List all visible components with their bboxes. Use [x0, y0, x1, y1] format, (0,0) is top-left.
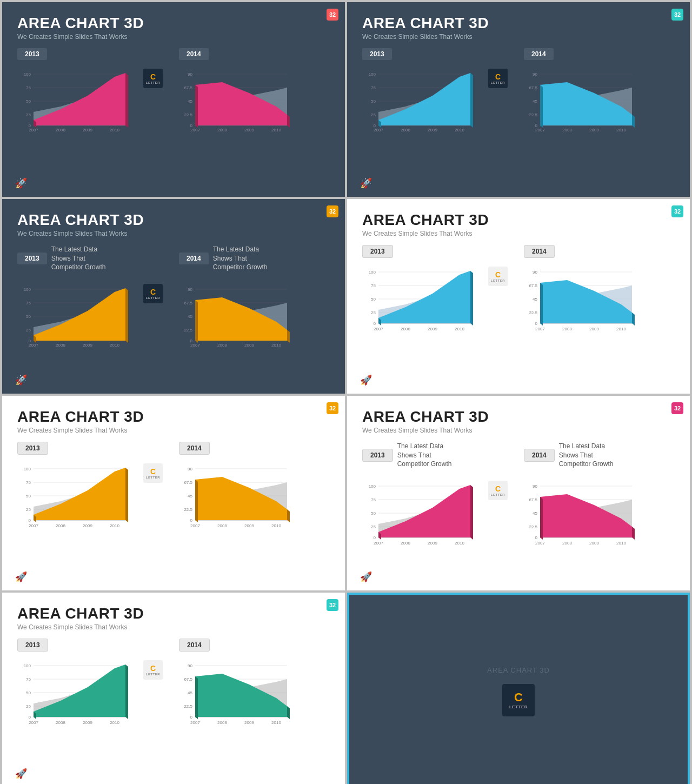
- slide-7-chart1: 2013 100 75 50 25 0: [17, 639, 168, 733]
- svg-text:100: 100: [24, 72, 31, 77]
- slide-5-subtitle: We Creates Simple Slides That Works: [17, 427, 330, 434]
- svg-text:2010: 2010: [110, 720, 119, 725]
- slide-8-logo-letter: C: [514, 690, 523, 705]
- slide-6-desc1: The Latest Data Shows That Competitor Gr…: [397, 442, 462, 469]
- slide-3-chart2: 2014 The Latest Data Shows That Competit…: [179, 245, 330, 351]
- slide-4: 32 AREA CHART 3D We Creates Simple Slide…: [347, 199, 690, 394]
- svg-text:45: 45: [188, 99, 192, 104]
- slide-7-svg1: 100 75 50 25 0 2007 2008 2009 2010: [17, 655, 168, 733]
- svg-text:25: 25: [26, 507, 31, 512]
- slide-4-svg1: 100 75 50 25 0 2007 2008 2009 2010: [362, 261, 513, 339]
- svg-marker-210: [632, 527, 635, 540]
- slide-3-logo1: C LETTER: [143, 284, 163, 303]
- slide-2-logo1: C LETTER: [488, 69, 508, 88]
- slide-5-svg1: 100 75 50 25 0 2007 2008 2009 2010: [17, 458, 168, 536]
- slide-3-subtitle: We Creates Simple Slides That Works: [17, 230, 330, 237]
- svg-text:90: 90: [533, 72, 537, 77]
- svg-text:22.5: 22.5: [529, 310, 537, 315]
- slide-2: 32 AREA CHART 3D We Creates Simple Slide…: [347, 2, 690, 197]
- slide-6-subtitle: We Creates Simple Slides That Works: [362, 427, 675, 434]
- slide-1-year2: 2014: [179, 48, 209, 60]
- slide-4-charts: 2013 100 75 50 25 0: [362, 245, 675, 339]
- svg-marker-228: [125, 665, 128, 719]
- svg-marker-155: [34, 468, 125, 520]
- svg-marker-211: [540, 497, 543, 540]
- svg-text:2007: 2007: [374, 128, 383, 132]
- slide-7-year2: 2014: [179, 639, 210, 652]
- slide-5-badge: 32: [327, 402, 338, 414]
- slide-7-svg2: 90 67.5 45 22.5 0 2007 2008 2009 2010: [179, 655, 330, 733]
- svg-marker-246: [287, 706, 290, 719]
- svg-text:2010: 2010: [271, 128, 281, 132]
- slide-4-logo1: C LETTER: [488, 267, 508, 286]
- svg-marker-139: [540, 283, 543, 325]
- svg-text:22.5: 22.5: [184, 328, 192, 333]
- svg-text:100: 100: [24, 663, 31, 668]
- slide-6-year2: 2014: [524, 449, 555, 462]
- svg-text:2009: 2009: [428, 327, 437, 331]
- svg-marker-84: [125, 288, 128, 343]
- slide-6-desc2: The Latest Data Shows That Competitor Gr…: [559, 442, 624, 469]
- slide-1-chart1: 2013 100 75 50 25 0: [17, 48, 168, 136]
- svg-marker-30: [287, 115, 290, 128]
- svg-text:22.5: 22.5: [184, 507, 192, 512]
- svg-text:2008: 2008: [56, 128, 65, 132]
- svg-text:2007: 2007: [535, 327, 545, 331]
- svg-text:75: 75: [26, 480, 31, 485]
- svg-marker-103: [195, 300, 198, 343]
- svg-text:75: 75: [371, 497, 376, 502]
- slide-4-subtitle: We Creates Simple Slides That Works: [362, 230, 675, 237]
- slide-4-svg2: 90 67.5 45 22.5 0 2007 2008 2009 2010: [524, 261, 675, 339]
- slide-7-logo1: C LETTER: [143, 660, 163, 680]
- svg-text:50: 50: [26, 99, 31, 104]
- slide-1-svg2: 90 67.5 45 22.5 0 2007 2008 2009: [179, 63, 330, 136]
- svg-text:75: 75: [371, 85, 376, 90]
- svg-text:67.5: 67.5: [184, 480, 192, 485]
- svg-text:75: 75: [26, 677, 31, 682]
- slide-6-chart2: 2014 The Latest Data Shows That Competit…: [524, 442, 675, 553]
- svg-text:2008: 2008: [562, 128, 572, 132]
- svg-text:2010: 2010: [271, 720, 281, 725]
- svg-text:2010: 2010: [110, 128, 119, 132]
- svg-text:67.5: 67.5: [529, 497, 537, 502]
- slide-2-chart1: 2013 100 75 50 25 0: [362, 48, 513, 136]
- svg-text:2009: 2009: [589, 541, 599, 546]
- slide-6-svg1: 100 75 50 25 0 2007 2008 2009 2010: [362, 475, 513, 553]
- svg-text:25: 25: [371, 524, 376, 529]
- svg-text:45: 45: [533, 99, 537, 104]
- svg-text:2010: 2010: [616, 327, 626, 331]
- svg-text:2009: 2009: [83, 720, 92, 725]
- svg-marker-66: [632, 115, 635, 128]
- svg-text:75: 75: [26, 85, 31, 90]
- slide-3-badge: 32: [327, 205, 338, 217]
- svg-text:22.5: 22.5: [529, 524, 537, 529]
- slide-3-chart1: 2013 The Latest Data Shows That Competit…: [17, 245, 168, 351]
- slide-4-year1: 2013: [362, 245, 393, 258]
- slide-1-subtitle: We Creates Simple Slides That Works: [17, 33, 330, 41]
- svg-text:22.5: 22.5: [184, 704, 192, 709]
- svg-text:75: 75: [26, 301, 31, 305]
- svg-text:2007: 2007: [29, 523, 38, 528]
- svg-text:67.5: 67.5: [529, 85, 537, 90]
- svg-text:45: 45: [188, 314, 192, 319]
- svg-text:2010: 2010: [110, 523, 119, 528]
- svg-text:2007: 2007: [29, 128, 38, 132]
- slide-5-chart1: 2013 100 75 50 25 0: [17, 442, 168, 536]
- slide-2-badge: 32: [671, 9, 683, 21]
- svg-text:90: 90: [533, 484, 537, 489]
- slide-7-chart2: 2014 90 67.5 45 22.5 0: [179, 639, 330, 733]
- svg-text:100: 100: [369, 270, 376, 275]
- svg-text:25: 25: [26, 704, 31, 709]
- svg-text:2010: 2010: [455, 327, 464, 331]
- slide-4-chart1: 2013 100 75 50 25 0: [362, 245, 513, 339]
- svg-marker-138: [632, 313, 635, 325]
- slide-2-svg2: 90 67.5 45 22.5 0 2007 2008 2009 2010: [524, 63, 675, 136]
- svg-text:2010: 2010: [271, 343, 281, 348]
- slide-7-year1: 2013: [17, 639, 48, 652]
- slide-6-badge: 32: [671, 402, 683, 414]
- svg-text:50: 50: [371, 297, 376, 302]
- svg-text:2007: 2007: [535, 541, 545, 546]
- svg-marker-120: [470, 271, 473, 325]
- svg-text:100: 100: [369, 72, 376, 77]
- slide-3-year2: 2014: [179, 253, 209, 264]
